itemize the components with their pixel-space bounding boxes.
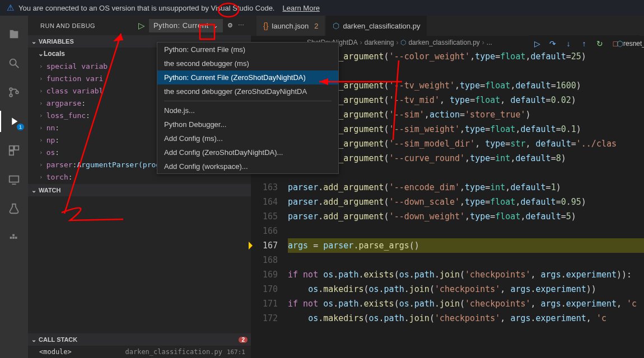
dropdown-item[interactable]: Python: Current File (ms) bbox=[157, 43, 338, 56]
dropdown-item[interactable]: Add Config (ms)... bbox=[157, 131, 338, 145]
python-icon: ⬡ bbox=[333, 21, 339, 30]
debug-badge: 1 bbox=[17, 124, 24, 130]
watch-section-header[interactable]: ⌄ WATCH bbox=[28, 184, 251, 196]
debug-config-dropdown[interactable]: Python: Current File (ms)the second debu… bbox=[157, 42, 339, 174]
warning-icon: ⚠ bbox=[7, 3, 14, 13]
tab-darken-py[interactable]: ⬡ darken_classification.py bbox=[326, 16, 427, 36]
remote-icon[interactable] bbox=[7, 172, 21, 187]
banner-text: You are connected to an OS version that … bbox=[18, 4, 274, 12]
debug-toolbar: ▷ ↷ ↓ ↑ ↻ □ ⬡ resnet_ bbox=[529, 35, 640, 52]
unsupported-os-banner: ⚠ You are connected to an OS version tha… bbox=[0, 0, 644, 16]
svg-rect-8 bbox=[10, 176, 19, 182]
svg-point-4 bbox=[16, 91, 18, 94]
callstack-header[interactable]: ⌄ CALL STACK 2 bbox=[28, 333, 251, 346]
learn-more-link[interactable]: Learn More bbox=[282, 4, 319, 12]
python-icon: ⬡ bbox=[400, 39, 406, 46]
svg-rect-10 bbox=[10, 237, 12, 239]
activity-bar: 1 bbox=[0, 16, 28, 358]
dropdown-item[interactable]: Add Config (workspace)... bbox=[157, 159, 338, 173]
dropdown-item[interactable]: Python: Current File (ZeroShotDayNightDA… bbox=[157, 70, 338, 84]
restart-button[interactable]: ↻ bbox=[594, 37, 606, 50]
editor-tabs: {} launch.json 2 ⬡ darken_classification… bbox=[251, 16, 644, 36]
callstack-badge: 2 bbox=[239, 337, 248, 343]
dirty-indicator: 2 bbox=[314, 22, 318, 30]
explorer-icon[interactable] bbox=[7, 27, 21, 41]
chevron-down-icon: ⌄ bbox=[212, 21, 219, 30]
tab-launch-json[interactable]: {} launch.json 2 bbox=[256, 16, 325, 36]
step-out-button[interactable]: ↑ bbox=[578, 37, 590, 50]
extensions-icon[interactable] bbox=[7, 143, 21, 158]
gear-icon[interactable]: ⚙ bbox=[227, 22, 234, 29]
svg-line-1 bbox=[16, 65, 19, 68]
chevron-down-icon: ⌄ bbox=[31, 187, 36, 194]
sidebar-title: RUN AND DEBUG bbox=[40, 22, 95, 29]
json-icon: {} bbox=[263, 21, 268, 30]
start-debugging-button[interactable]: ▷ bbox=[138, 21, 146, 31]
dropdown-item[interactable]: Node.js... bbox=[157, 103, 338, 117]
tab-resnet[interactable]: ⬡ resnet_ bbox=[625, 37, 637, 50]
testing-icon[interactable] bbox=[7, 201, 21, 216]
chevron-down-icon: ⌄ bbox=[31, 38, 36, 45]
source-control-icon[interactable] bbox=[7, 85, 21, 100]
debug-config-select[interactable]: Python: Current ⌄ bbox=[149, 19, 223, 32]
svg-point-3 bbox=[10, 94, 12, 97]
svg-rect-6 bbox=[15, 146, 18, 150]
more-actions-icon[interactable]: ⋯ bbox=[238, 22, 245, 29]
continue-button[interactable]: ▷ bbox=[531, 37, 543, 50]
chevron-down-icon: ⌄ bbox=[38, 50, 44, 58]
search-icon[interactable] bbox=[7, 56, 21, 70]
svg-rect-11 bbox=[12, 237, 15, 239]
docker-icon[interactable] bbox=[7, 230, 21, 245]
svg-rect-7 bbox=[10, 151, 13, 155]
run-debug-icon[interactable]: 1 bbox=[7, 114, 21, 129]
svg-rect-5 bbox=[10, 146, 13, 150]
step-over-button[interactable]: ↷ bbox=[547, 37, 559, 50]
callstack-frame[interactable]: <module> darken_classification.py 167:1 bbox=[28, 346, 251, 358]
svg-point-0 bbox=[10, 59, 16, 65]
code-content[interactable]: parser.add_argument('--color_weight',typ… bbox=[288, 49, 644, 358]
chevron-down-icon: ⌄ bbox=[31, 336, 36, 343]
step-into-button[interactable]: ↓ bbox=[562, 37, 575, 50]
dropdown-item[interactable]: the second debugger (ms) bbox=[157, 56, 338, 70]
svg-rect-12 bbox=[15, 237, 17, 239]
dropdown-item[interactable]: the second debugger (ZeroShotDayNightDA bbox=[157, 84, 338, 98]
svg-rect-13 bbox=[12, 234, 15, 237]
dropdown-item[interactable]: Python Debugger... bbox=[157, 117, 338, 131]
config-selected-label: Python: Current bbox=[153, 21, 209, 30]
svg-point-2 bbox=[10, 88, 12, 91]
dropdown-item[interactable]: Add Config (ZeroShotDayNightDA)... bbox=[157, 145, 338, 159]
